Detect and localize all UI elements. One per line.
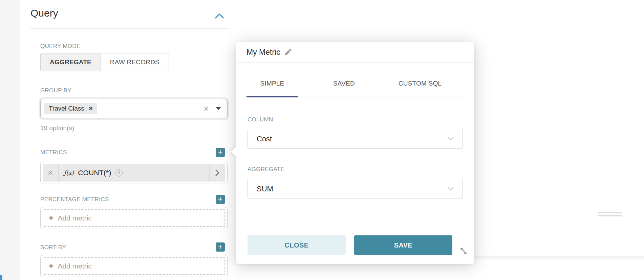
metric-pill[interactable]: × ƒ(x) COUNT(*) ? — [43, 164, 225, 182]
column-label: COLUMN — [248, 116, 273, 123]
tab-custom-sql[interactable]: CUSTOM SQL — [382, 70, 458, 97]
chip-remove-icon[interactable]: ✕ — [89, 106, 93, 112]
add-sort-by-dropzone[interactable]: + Add metric — [43, 257, 225, 275]
tab-saved[interactable]: SAVED — [318, 70, 370, 97]
drag-handle-bar — [598, 212, 622, 213]
add-metric-placeholder: Add metric — [58, 262, 91, 270]
column-select-value: Cost — [257, 135, 272, 143]
aggregate-label: AGGREGATE — [248, 166, 284, 173]
query-mode-segmented-control: AGGREGATE RAW RECORDS — [40, 53, 169, 71]
collapse-section-button[interactable] — [214, 11, 225, 20]
help-icon[interactable]: ? — [115, 169, 123, 177]
title-divider — [30, 28, 228, 29]
resize-drag-handle[interactable] — [598, 212, 622, 216]
metric-tabs: SIMPLE SAVED CUSTOM SQL — [246, 63, 464, 97]
query-mode-option-aggregate[interactable]: AGGREGATE — [41, 53, 101, 71]
sort-by-container: + Add metric — [40, 255, 228, 277]
column-select[interactable]: Cost — [248, 129, 463, 149]
function-icon: ƒ(x) — [64, 169, 74, 176]
drag-handle-bar — [598, 215, 622, 216]
plus-icon: + — [49, 214, 53, 222]
add-metric-placeholder: Add metric — [58, 214, 91, 222]
edit-title-button[interactable] — [284, 49, 292, 56]
metric-expression: COUNT(*) — [78, 169, 111, 177]
diagonal-resize-icon — [459, 247, 468, 255]
aggregate-select-value: SUM — [257, 185, 273, 193]
popover-title: My Metric — [246, 48, 280, 57]
clear-selection-icon[interactable]: × — [203, 104, 209, 113]
chevron-down-icon — [447, 187, 454, 191]
add-percentage-metric-button[interactable]: + — [216, 195, 225, 204]
left-gutter — [0, 0, 20, 280]
group-by-options-hint: 19 option(s) — [40, 124, 74, 132]
expand-metric-button[interactable] — [210, 169, 225, 176]
close-button[interactable]: CLOSE — [248, 235, 346, 255]
save-button[interactable]: SAVE — [354, 235, 452, 255]
add-metric-button[interactable]: + — [216, 148, 225, 157]
tab-simple[interactable]: SIMPLE — [246, 70, 298, 97]
popover-resize-button[interactable] — [458, 245, 469, 257]
group-by-label: GROUP BY — [40, 87, 71, 94]
pencil-icon — [284, 49, 292, 56]
chevron-down-icon[interactable] — [216, 107, 221, 110]
aggregate-select[interactable]: SUM — [248, 179, 463, 199]
add-sort-by-button[interactable]: + — [216, 242, 225, 252]
panel-title: Query — [30, 7, 58, 19]
popover-header: My Metric — [236, 42, 474, 63]
add-percentage-metric-dropzone[interactable]: + Add metric — [43, 209, 225, 227]
query-mode-option-raw-records[interactable]: RAW RECORDS — [101, 53, 169, 71]
chevron-right-icon — [215, 169, 219, 176]
group-by-select[interactable]: Travel Class ✕ × — [40, 99, 228, 118]
metrics-label: METRICS — [40, 149, 67, 156]
query-control-panel: Query QUERY MODE AGGREGATE RAW RECORDS G… — [20, 0, 237, 280]
corner-accent — [0, 275, 2, 280]
metric-pill-body[interactable]: ƒ(x) COUNT(*) ? — [59, 169, 209, 177]
metric-editor-popover: My Metric SIMPLE SAVED CUSTOM SQL COLUMN… — [236, 42, 474, 264]
percentage-metrics-container: + Add metric — [40, 207, 228, 229]
group-by-chip[interactable]: Travel Class ✕ — [44, 103, 97, 114]
sort-by-label: SORT BY — [40, 244, 66, 251]
remove-metric-icon[interactable]: × — [43, 168, 58, 178]
chevron-up-icon — [215, 13, 224, 19]
chevron-down-icon — [447, 137, 454, 141]
plus-icon: + — [49, 262, 53, 270]
group-by-chip-label: Travel Class — [49, 105, 84, 112]
query-mode-label: QUERY MODE — [40, 43, 81, 50]
percentage-metrics-label: PERCENTAGE METRICS — [40, 196, 109, 203]
metrics-container: × ƒ(x) COUNT(*) ? — [40, 162, 228, 184]
